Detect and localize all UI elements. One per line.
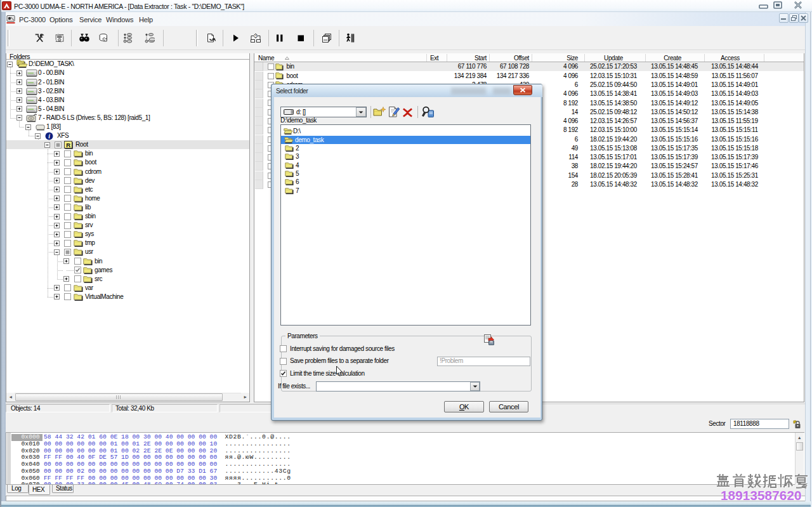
svg-text:?: ? — [255, 34, 257, 38]
svg-text:R: R — [66, 141, 70, 148]
